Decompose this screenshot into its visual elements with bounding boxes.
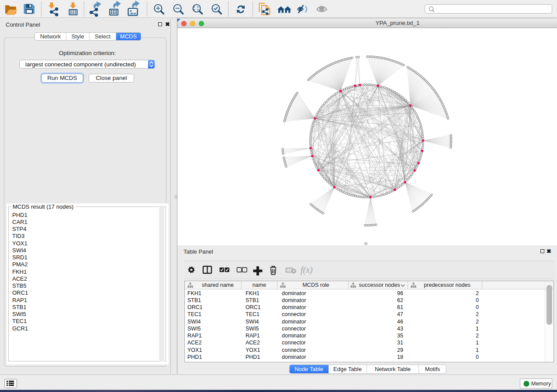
svg-text:f(x): f(x) — [301, 265, 313, 275]
